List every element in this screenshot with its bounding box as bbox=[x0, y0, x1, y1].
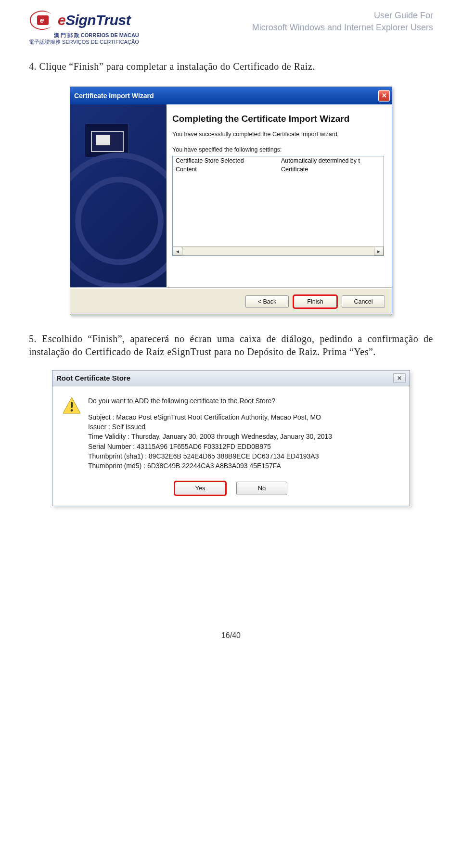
back-button[interactable]: < Back bbox=[245, 295, 289, 308]
instruction-step-5: 5. Escolhido “Finish”, aparecerá no écra… bbox=[29, 332, 433, 358]
brand-mark-icon: e bbox=[29, 10, 55, 31]
brand-logo-block: e eSignTrust 澳 門 郵 政 CORREIOS DE MACAU 電… bbox=[29, 10, 139, 46]
svg-text:e: e bbox=[40, 16, 44, 24]
wizard-button-row: < Back Finish Cancel bbox=[70, 288, 392, 315]
close-icon[interactable]: ✕ bbox=[378, 90, 390, 102]
page-header: e eSignTrust 澳 門 郵 政 CORREIOS DE MACAU 電… bbox=[29, 10, 433, 46]
wizard-title: Certificate Import Wizard bbox=[74, 92, 154, 100]
wizard-heading: Completing the Certificate Import Wizard bbox=[172, 113, 384, 125]
horizontal-scrollbar[interactable]: ◄ ► bbox=[173, 246, 384, 255]
rootdlg-message: Do you want to ADD the following certifi… bbox=[88, 396, 399, 471]
table-row: Content Certificate bbox=[173, 165, 384, 174]
instruction-step-4: 4. Clique “Finish” para completar a inst… bbox=[29, 60, 433, 73]
brand-subtitle: 澳 門 郵 政 CORREIOS DE MACAU 電子認證服務 SERVIÇO… bbox=[29, 32, 139, 46]
rootdlg-button-row: Yes No bbox=[52, 479, 410, 506]
document-title: User Guide For Microsoft Windows and Int… bbox=[252, 10, 433, 34]
close-icon[interactable]: ✕ bbox=[393, 373, 406, 383]
no-button[interactable]: No bbox=[236, 482, 287, 495]
rootdlg-title: Root Certificate Store bbox=[56, 374, 130, 382]
yes-button[interactable]: Yes bbox=[175, 482, 226, 495]
svg-rect-3 bbox=[71, 402, 73, 408]
wizard-settings-list: Certificate Store Selected Automatically… bbox=[172, 156, 384, 256]
svg-point-4 bbox=[71, 409, 73, 411]
wizard-sidebar-graphic bbox=[70, 104, 167, 287]
wizard-titlebar: Certificate Import Wizard ✕ bbox=[70, 87, 392, 104]
rootdlg-titlebar: Root Certificate Store ✕ bbox=[52, 370, 410, 386]
certificate-import-wizard-window: Certificate Import Wizard ✕ Completing t… bbox=[70, 87, 392, 315]
wizard-paragraph-2: You have specified the following setting… bbox=[172, 146, 384, 153]
scroll-left-icon[interactable]: ◄ bbox=[173, 247, 182, 255]
finish-button[interactable]: Finish bbox=[294, 295, 337, 308]
brand-wordmark: eSignTrust bbox=[58, 12, 130, 28]
wizard-paragraph-1: You have successfully completed the Cert… bbox=[172, 131, 384, 138]
scroll-right-icon[interactable]: ► bbox=[374, 247, 384, 255]
table-row: Certificate Store Selected Automatically… bbox=[173, 156, 384, 165]
warning-icon bbox=[62, 396, 81, 415]
page-number: 16/40 bbox=[29, 631, 433, 640]
root-certificate-store-dialog: Root Certificate Store ✕ Do you want to … bbox=[52, 370, 410, 506]
cancel-button[interactable]: Cancel bbox=[342, 295, 385, 308]
